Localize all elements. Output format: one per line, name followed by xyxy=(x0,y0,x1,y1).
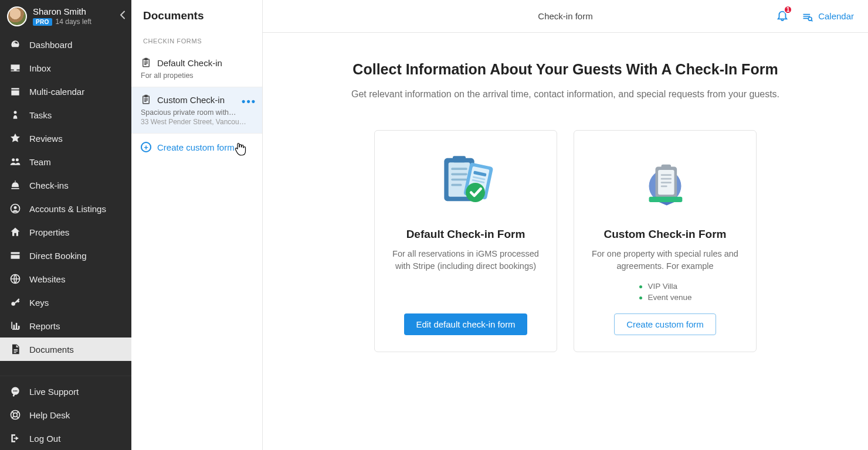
svg-rect-37 xyxy=(661,182,672,183)
documents-section-label: CHECKIN FORMS xyxy=(131,29,262,50)
svg-rect-20 xyxy=(453,156,466,162)
more-icon[interactable]: ••• xyxy=(242,96,256,108)
nav-properties[interactable]: Properties xyxy=(0,220,131,244)
user-name: Sharon Smith xyxy=(33,6,91,16)
svg-point-10 xyxy=(16,390,18,391)
nav-check-ins[interactable]: Check-ins xyxy=(0,173,131,197)
nav-keys[interactable]: Keys xyxy=(0,291,131,314)
nav-label: Dashboard xyxy=(29,40,72,50)
chat-icon xyxy=(9,386,21,397)
hero: Collect Information About Your Guests Wi… xyxy=(325,61,806,102)
users-icon xyxy=(9,156,21,168)
doc-icon xyxy=(9,343,21,355)
topbar-title: Check-in form xyxy=(538,11,592,21)
nav-dashboard[interactable]: Dashboard xyxy=(0,33,131,56)
hero-title: Collect Information About Your Guests Wi… xyxy=(325,61,806,78)
svg-point-0 xyxy=(14,111,17,114)
key-icon xyxy=(9,296,21,308)
svg-point-30 xyxy=(466,183,485,202)
svg-point-9 xyxy=(15,390,16,391)
plus-circle-icon: + xyxy=(141,142,151,152)
create-custom-form-link[interactable]: + Create custom form xyxy=(131,134,262,161)
documents-panel: Documents CHECKIN FORMS Default Check-in… xyxy=(131,0,263,450)
notifications-badge: 1 xyxy=(784,5,792,14)
nav-label: Documents xyxy=(29,345,74,354)
card-title: Default Check-in Form xyxy=(406,228,525,241)
svg-rect-39 xyxy=(649,197,683,202)
form-item-title: Default Check-in xyxy=(157,58,222,68)
svg-point-12 xyxy=(13,413,18,417)
form-item-title: Custom Check-in xyxy=(157,95,225,105)
svg-point-4 xyxy=(14,206,17,209)
sidebar-collapse-icon[interactable] xyxy=(120,11,126,23)
notifications-button[interactable]: 1 xyxy=(776,9,789,23)
form-item-sub: Spacious private room with… xyxy=(141,108,254,117)
nav-accounts[interactable]: Accounts & Listings xyxy=(0,197,131,220)
svg-rect-24 xyxy=(451,184,462,186)
nav-tasks[interactable]: Tasks xyxy=(0,103,131,127)
nav-log-out[interactable]: Log Out xyxy=(0,427,131,450)
nav-label: Live Support xyxy=(29,387,79,397)
nav-label: Inbox xyxy=(29,63,51,73)
svg-rect-21 xyxy=(451,168,467,170)
svg-point-17 xyxy=(808,17,812,21)
svg-rect-34 xyxy=(662,165,672,170)
clipboard-icon xyxy=(141,57,151,68)
pro-badge: PRO xyxy=(33,18,52,26)
calendar-label: Calendar xyxy=(818,11,854,21)
documents-panel-title: Documents xyxy=(131,0,262,29)
svg-rect-14 xyxy=(145,59,148,60)
topbar: Check-in form 1 Calendar xyxy=(263,0,868,33)
nav-inbox[interactable]: Inbox xyxy=(0,56,131,80)
hero-subtitle: Get relevant information on the arrival … xyxy=(325,87,806,102)
create-custom-form-button[interactable]: Create custom form xyxy=(614,313,716,335)
nav-label: Check-ins xyxy=(29,180,69,190)
chart-icon xyxy=(9,320,21,332)
svg-point-8 xyxy=(13,390,15,391)
nav-label: Direct Booking xyxy=(29,251,87,261)
create-link-label: Create custom form xyxy=(157,142,235,152)
svg-rect-35 xyxy=(661,174,672,176)
nav-label: Multi-calendar xyxy=(29,87,84,97)
avatar xyxy=(7,6,27,26)
content: Collect Information About Your Guests Wi… xyxy=(263,33,868,450)
star-icon xyxy=(9,132,21,144)
default-form-illustration xyxy=(433,151,498,215)
nav-label: Accounts & Listings xyxy=(29,204,106,214)
form-item-custom[interactable]: ••• Custom Check-in Spacious private roo… xyxy=(131,87,262,134)
nav-websites[interactable]: Websites xyxy=(0,267,131,291)
card-examples: VIP Villa Event venue xyxy=(638,281,691,303)
calendar-icon xyxy=(9,86,21,97)
trial-days: 14 days left xyxy=(56,18,91,26)
form-item-sub: For all propeties xyxy=(141,71,254,80)
nav-main: Dashboard Inbox Multi-calendar Tasks Rev… xyxy=(0,33,131,361)
logout-icon xyxy=(9,432,21,444)
pawn-icon xyxy=(9,109,21,121)
nav-label: Log Out xyxy=(29,434,60,444)
sidebar-user-block[interactable]: Sharon Smith PRO 14 days left xyxy=(0,0,131,33)
sidebar: Sharon Smith PRO 14 days left Dashboard … xyxy=(0,0,131,450)
edit-default-form-button[interactable]: Edit default check-in form xyxy=(404,313,527,335)
nav-help-desk[interactable]: Help Desk xyxy=(0,403,131,427)
card-example-item: Event venue xyxy=(638,292,691,303)
custom-form-illustration xyxy=(633,151,697,215)
nav-direct-booking[interactable]: Direct Booking xyxy=(0,244,131,267)
nav-multi-calendar[interactable]: Multi-calendar xyxy=(0,80,131,103)
calendar-button[interactable]: Calendar xyxy=(802,11,854,22)
bell-service-icon xyxy=(9,179,21,191)
nav-live-support[interactable]: Live Support xyxy=(0,380,131,403)
card-example-item: VIP Villa xyxy=(638,281,691,292)
nav-label: Keys xyxy=(29,298,49,308)
nav-documents[interactable]: Documents xyxy=(0,338,131,361)
svg-rect-22 xyxy=(451,173,467,175)
gauge-icon xyxy=(9,39,21,50)
nav-reports[interactable]: Reports xyxy=(0,314,131,338)
svg-point-2 xyxy=(16,158,19,161)
nav-label: Reports xyxy=(29,321,60,331)
nav-reviews[interactable]: Reviews xyxy=(0,127,131,150)
svg-point-6 xyxy=(11,302,15,306)
nav-label: Team xyxy=(29,157,51,167)
home-icon xyxy=(9,226,21,238)
nav-team[interactable]: Team xyxy=(0,150,131,173)
form-item-default[interactable]: Default Check-in For all propeties xyxy=(131,50,262,87)
